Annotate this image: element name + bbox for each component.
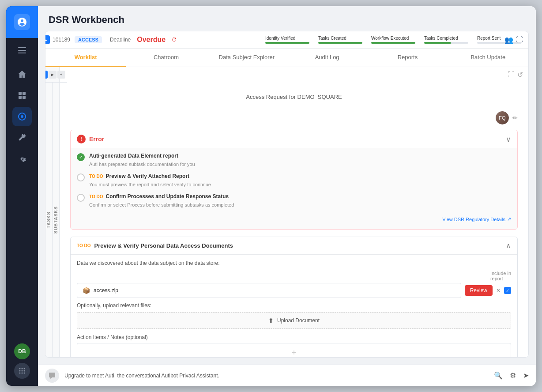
content-inner: Access Request for DEMO_SQUARE FQ ✏: [60, 81, 528, 357]
file-close-icon[interactable]: ✕: [496, 287, 501, 294]
regulatory-link-icon: ↗: [507, 216, 511, 222]
tab-worklist[interactable]: Worklist: [45, 49, 126, 67]
file-row: 📦 access.zip Review ✕ ✓: [77, 283, 511, 298]
svg-rect-1: [18, 47, 26, 48]
edit-icon[interactable]: ✏: [512, 114, 518, 121]
filter-icon[interactable]: ⚙: [510, 371, 516, 380]
collapse-button[interactable]: ▶: [45, 35, 50, 44]
svg-point-16: [19, 373, 21, 374]
file-item: 📦 access.zip: [77, 283, 461, 298]
clock-icon: ⏱: [172, 37, 177, 43]
svg-point-13: [19, 370, 21, 372]
expand-icon[interactable]: ⛶: [516, 36, 523, 44]
subtask-item: TO DO Confirm Processes and Update Respo…: [77, 193, 511, 208]
sidebar: DB: [6, 6, 38, 386]
bottom-bar: Upgrade to meet Auti, the conversational…: [38, 365, 536, 386]
svg-rect-3: [18, 53, 26, 53]
tab-batch-update[interactable]: Batch Update: [448, 49, 528, 67]
expand-panel-icon[interactable]: ⛶: [508, 71, 515, 79]
step-completed: Tasks Completed: [424, 36, 468, 44]
panel-header-actions: 👥 ⛶: [504, 36, 523, 44]
step-identity-bar: [265, 42, 309, 44]
preview-chevron[interactable]: ∧: [506, 241, 511, 250]
tab-bar: Worklist Chatroom Data Subject Explorer …: [45, 49, 528, 67]
svg-rect-5: [23, 92, 26, 95]
users-icon[interactable]: 👥: [504, 36, 513, 44]
content-area: ⛶ ↺ Access Request for DEMO_SQUARE FQ ✏: [60, 67, 528, 357]
file-zip-icon: 📦: [83, 287, 90, 294]
preview-title-row: TO DO Preview & Verify Personal Data Acc…: [77, 242, 233, 249]
tab-data-subject[interactable]: Data Subject Explorer: [207, 49, 287, 67]
sidebar-item-home[interactable]: [12, 64, 32, 84]
subtask-todo-icon-2: [77, 173, 85, 181]
file-include-checkbox[interactable]: ✓: [504, 287, 511, 294]
error-title: ! Error: [77, 135, 104, 143]
page-header: DSR Workbench: [38, 6, 536, 31]
dsr-badge: ACCESS: [75, 36, 102, 43]
overdue-value: Overdue: [137, 36, 166, 44]
tab-chatroom[interactable]: Chatroom: [126, 49, 206, 67]
bottom-text: Upgrade to meet Auti, the conversational…: [64, 373, 489, 379]
file-name: access.zip: [94, 287, 118, 294]
tasks-label: TASKS: [46, 208, 51, 232]
subtask-1-title: Auti-generated Data Element report: [89, 153, 178, 159]
svg-rect-7: [23, 96, 26, 99]
subtask-1-desc: Auti has prepared subtask documentation …: [89, 162, 195, 167]
user-avatar[interactable]: DB: [14, 343, 30, 359]
search-icon[interactable]: 🔍: [494, 371, 503, 380]
error-body: ✓ Auti-generated Data Element report Aut…: [71, 148, 517, 229]
svg-point-17: [22, 373, 23, 374]
review-button[interactable]: Review: [465, 285, 493, 296]
notes-label: Action Items / Notes (optional): [77, 334, 511, 340]
notes-area[interactable]: +: [77, 343, 511, 357]
error-chevron[interactable]: ∨: [506, 135, 511, 143]
arrow-icon[interactable]: ➤: [523, 371, 529, 380]
tab-audit-log[interactable]: Audit Log: [287, 49, 367, 67]
dsr-panel: ▶ 101189 ACCESS Deadline Overdue ⏱ Ident…: [45, 31, 529, 358]
assignee-avatar: FQ: [496, 111, 509, 124]
subtask-done-icon: ✓: [77, 153, 85, 161]
sidebar-nav: [12, 61, 32, 343]
svg-point-15: [24, 370, 25, 372]
deadline-label: Deadline: [110, 37, 131, 43]
svg-rect-6: [19, 96, 22, 99]
sidebar-item-tools[interactable]: [12, 128, 32, 147]
sidebar-item-settings[interactable]: [12, 149, 32, 169]
step-workflow-bar: [371, 42, 415, 44]
panel-icons: ⛶ ↺: [508, 71, 523, 79]
subtask-2-title-row: TO DO Preview & Verify Attached Report: [89, 173, 211, 179]
preview-title: Preview & Verify Personal Data Access Do…: [94, 242, 233, 249]
app-logo[interactable]: [6, 6, 38, 38]
subtask-1-content: Auti-generated Data Element report Auti …: [89, 153, 195, 168]
hamburger-menu[interactable]: [13, 41, 31, 59]
tab-reports[interactable]: Reports: [367, 49, 448, 67]
upload-label: Optionally, upload relevant files:: [77, 302, 511, 309]
view-regulatory-link[interactable]: View DSR Regulatory Details ↗: [77, 214, 511, 225]
svg-point-18: [24, 373, 25, 374]
sidebar-item-dashboard[interactable]: [12, 86, 32, 105]
main-content: DSR Workbench ▶ 101189 ACCESS Deadline O…: [38, 6, 536, 386]
error-header: ! Error ∨: [71, 130, 517, 148]
step-tasks: Tasks Created: [318, 36, 362, 44]
subtask-3-title: Confirm Processes and Update Response St…: [105, 193, 229, 200]
bottom-actions: 🔍 ⚙ ➤: [494, 371, 529, 380]
dsr-body: ◀ ▶ + TASKS SUBTASKS: [45, 67, 528, 357]
sidebar-item-dsrs[interactable]: [12, 107, 32, 126]
svg-point-12: [24, 368, 25, 369]
refresh-icon[interactable]: ↺: [517, 71, 523, 79]
step-report-label: Report Sent: [477, 36, 501, 41]
svg-point-11: [22, 368, 23, 369]
subtask-3-title-row: TO DO Confirm Processes and Update Respo…: [89, 193, 234, 200]
step-tasks-label: Tasks Created: [318, 36, 346, 41]
upload-document-button[interactable]: ⬆ Upload Document: [77, 312, 511, 329]
subtask-3-content: TO DO Confirm Processes and Update Respo…: [89, 193, 234, 208]
grid-apps-icon[interactable]: [14, 363, 30, 379]
svg-point-10: [19, 368, 21, 369]
error-icon: !: [77, 135, 86, 143]
step-completed-label: Tasks Completed: [424, 36, 458, 41]
prev-btn[interactable]: ◀: [45, 71, 48, 79]
next-btn[interactable]: ▶: [49, 71, 56, 79]
subtask-3-desc: Confirm or select Process before submitt…: [89, 202, 234, 207]
step-identity: Identity Verified: [265, 36, 309, 44]
dsr-id: 101189: [53, 37, 70, 43]
